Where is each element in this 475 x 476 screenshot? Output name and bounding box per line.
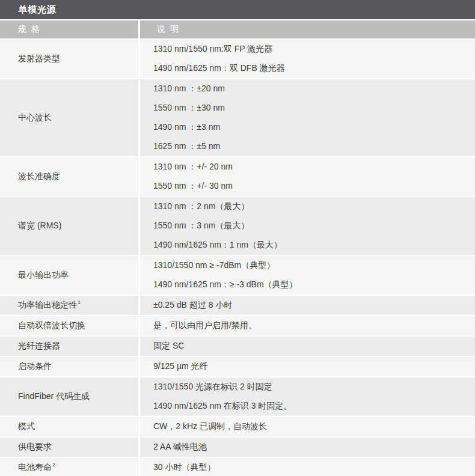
page-title: 单模光源: [18, 4, 57, 16]
spec-cell: 启动条件: [0, 357, 138, 376]
desc-line: CW，2 kHz 已调制，自动波长: [153, 417, 475, 436]
table-row-min-output-power: 最小输出功率 1310/1550 nm ≥ -7dBm（典型） 1490 nm/…: [0, 256, 475, 294]
desc-cell: 1310 nm ：+/- 20 nm 1550 nm ：+/- 30 nm: [140, 157, 475, 196]
desc-line: ±0.25 dB 超过 8 小时: [153, 296, 475, 315]
spec-cell: 中心波长: [0, 79, 138, 156]
table-row-center-wavelength: 中心波长 1310 nm ：±20 nm 1550 nm ：±30 nm 149…: [0, 79, 475, 156]
desc-line: 是，可以由用户启用/禁用。: [153, 316, 475, 335]
table-row-spectral-width: 谱宽 (RMS) 1310 nm ：2 nm（最大） 1550 nm ：3 nm…: [0, 197, 475, 255]
table-row-transmitter-type: 发射器类型 1310 nm/1550 nm:双 FP 激光器 1490 nm/1…: [0, 40, 475, 78]
spec-cell: 发射器类型: [0, 40, 138, 78]
desc-cell: ±0.25 dB 超过 8 小时: [140, 296, 475, 315]
spec-label: 光纤连接器: [18, 341, 60, 352]
desc-cell: 固定 SC: [140, 337, 475, 356]
page: 单模光源 规 格 说 明 发射器类型 1310 nm/1550 nm:双 FP …: [0, 0, 475, 476]
desc-cell: CW，2 kHz 已调制，自动波长: [140, 417, 475, 436]
desc-cell: 是，可以由用户启用/禁用。: [140, 316, 475, 335]
spec-label: 谱宽 (RMS): [18, 221, 61, 231]
desc-line: 1625 nm ：±5 nm: [153, 137, 475, 156]
desc-line: 1490 nm ：±3 nm: [153, 118, 475, 137]
desc-line: 1310 nm ：+/- 20 nm: [153, 157, 475, 177]
desc-line: 固定 SC: [153, 337, 475, 356]
spec-label: 启动条件: [18, 361, 52, 372]
desc-line: 9/125 µm 光纤: [153, 357, 475, 376]
desc-line: 2 AA 碱性电池: [153, 438, 475, 457]
table-row-mode: 模式 CW，2 kHz 已调制，自动波长: [0, 417, 475, 436]
spec-label: 波长准确度: [18, 171, 60, 182]
spec-table: 发射器类型 1310 nm/1550 nm:双 FP 激光器 1490 nm/1…: [0, 40, 475, 476]
spec-cell: 波长准确度: [0, 157, 138, 196]
desc-line: 1550 nm ：3 nm（最大）: [153, 216, 475, 236]
spec-cell: 模式: [0, 417, 138, 436]
spec-superscript: 2: [52, 462, 55, 468]
spec-label: 供电要求: [18, 442, 52, 453]
spec-cell: 光纤连接器: [0, 337, 138, 356]
desc-cell: 30 小时（典型）: [140, 458, 475, 476]
spec-label: 最小输出功率: [18, 270, 69, 281]
spec-label: 中心波长: [18, 112, 52, 123]
spec-label: 自动双倍波长切换: [18, 320, 85, 331]
header-desc-cell: 说 明: [140, 20, 475, 38]
desc-cell: 1310 nm ：±20 nm 1550 nm ：±30 nm 1490 nm …: [140, 79, 475, 156]
spec-label: 电池寿命: [18, 462, 52, 473]
table-header: 规 格 说 明: [0, 20, 475, 38]
desc-line: 1490 nm/1625 nm 在标识 3 时固定。: [153, 397, 475, 416]
desc-line: 1310 nm ：±20 nm: [153, 79, 475, 99]
table-row-wavelength-accuracy: 波长准确度 1310 nm ：+/- 20 nm 1550 nm ：+/- 30…: [0, 157, 475, 196]
spec-cell: 谱宽 (RMS): [0, 197, 138, 255]
desc-line: 1490 nm/1625 nm：≥ -3 dBm（典型）: [153, 275, 475, 294]
desc-line: 1490 nm/1625 nm：双 DFB 激光器: [153, 59, 475, 78]
desc-cell: 1310/1550 nm ≥ -7dBm（典型） 1490 nm/1625 nm…: [140, 256, 475, 294]
spec-cell: 自动双倍波长切换: [0, 316, 138, 335]
desc-line: 1310/1550 光源在标识 2 时固定: [153, 377, 475, 397]
table-row-findfiber-code: FindFiber 代码生成 1310/1550 光源在标识 2 时固定 149…: [0, 377, 475, 416]
desc-line: 1550 nm ：±30 nm: [153, 99, 475, 118]
table-row-startup-condition: 启动条件 9/125 µm 光纤: [0, 357, 475, 376]
desc-cell: 2 AA 碱性电池: [140, 438, 475, 457]
spec-label: FindFiber 代码生成: [18, 391, 90, 402]
title-bar: 单模光源: [0, 0, 475, 19]
header-desc-label: 说 明: [157, 24, 180, 35]
header-spec-label: 规 格: [18, 24, 41, 35]
table-row-battery-life: 电池寿命2 30 小时（典型）: [0, 458, 475, 476]
spec-label: 模式: [18, 421, 35, 432]
table-row-auto-dual-wavelength: 自动双倍波长切换 是，可以由用户启用/禁用。: [0, 316, 475, 335]
spec-label: 发射器类型: [18, 53, 60, 64]
desc-line: 1310 nm/1550 nm:双 FP 激光器: [153, 40, 475, 59]
spec-cell: 功率输出稳定性1: [0, 296, 138, 315]
table-row-power-stability: 功率输出稳定性1 ±0.25 dB 超过 8 小时: [0, 296, 475, 315]
desc-cell: 1310 nm/1550 nm:双 FP 激光器 1490 nm/1625 nm…: [140, 40, 475, 78]
header-spec-cell: 规 格: [0, 20, 138, 38]
desc-line: 1490 nm/1625 nm：1 nm（最大）: [153, 236, 475, 255]
spec-label: 功率输出稳定性: [18, 300, 77, 311]
desc-cell: 1310/1550 光源在标识 2 时固定 1490 nm/1625 nm 在标…: [140, 377, 475, 416]
table-row-power-requirements: 供电要求 2 AA 碱性电池: [0, 438, 475, 457]
spec-cell: FindFiber 代码生成: [0, 377, 138, 416]
spec-superscript: 1: [78, 299, 81, 305]
desc-cell: 9/125 µm 光纤: [140, 357, 475, 376]
desc-cell: 1310 nm ：2 nm（最大） 1550 nm ：3 nm（最大） 1490…: [140, 197, 475, 255]
spec-cell: 最小输出功率: [0, 256, 138, 294]
spec-cell: 电池寿命2: [0, 458, 138, 476]
desc-line: 1550 nm ：+/- 30 nm: [153, 177, 475, 196]
spec-cell: 供电要求: [0, 438, 138, 457]
desc-line: 30 小时（典型）: [153, 458, 475, 476]
desc-line: 1310 nm ：2 nm（最大）: [153, 197, 475, 216]
desc-line: 1310/1550 nm ≥ -7dBm（典型）: [153, 256, 475, 275]
table-row-fiber-connector: 光纤连接器 固定 SC: [0, 337, 475, 356]
